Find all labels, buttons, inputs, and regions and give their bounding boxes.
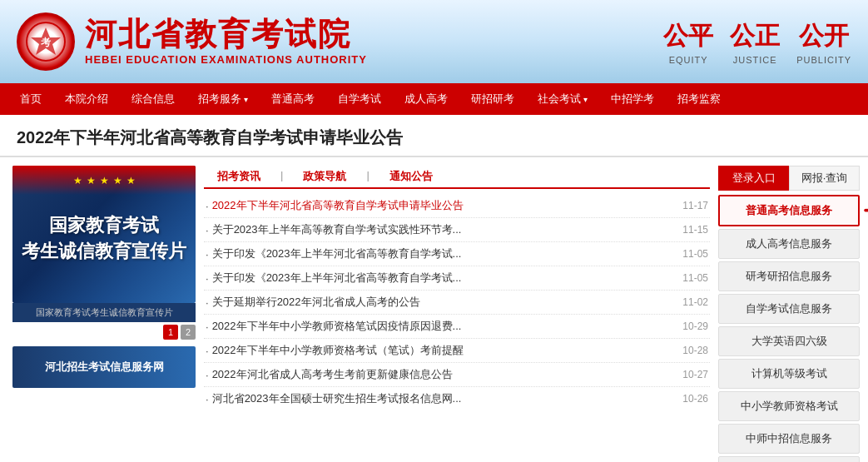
left-image-area: ★ ★ ★ ★ ★ 国家教育考试考生诚信教育宣传片 国家教育考试考生诚信教育宣传… [12,166,196,462]
sidebar-btn-english46[interactable]: 大学英语四六级 [718,326,860,356]
nav-supervision[interactable]: 招考监察 [666,83,732,115]
news-item-5: · 关于延期举行2022年河北省成人高考的公告 11-02 [204,291,710,315]
nav-zixue[interactable]: 自学考试 [326,83,393,115]
news-link-3[interactable]: 关于印发《2023年上半年河北省高等教育自学考试... [212,246,677,261]
publicity-icon: 公开 [799,19,849,53]
sidebar-header: 登录入口 网报·查询 [718,166,860,191]
news-date-9: 10-26 [682,393,708,405]
news-link-4[interactable]: 关于印发《2023年上半年河北省高等教育自学考试... [212,271,677,286]
star-1: ★ [73,175,82,186]
news-item-1: · 2022年下半年河北省高等教育自学考试申请毕业公告 11-17 [204,194,710,218]
star-3: ★ [100,175,109,186]
star-4: ★ [113,175,122,186]
nav-social[interactable]: 社会考试 [526,83,599,116]
news-date-2: 11-15 [682,224,708,236]
header-logo: 考 河北省教育考试院 HEBEI EDUCATION EXAMINATIONS … [17,12,367,71]
svg-text:考: 考 [41,37,52,48]
page-btn-2[interactable]: 2 [181,325,196,340]
equity-justice: 公正 JUSTICE [730,19,780,65]
red-arrow-icon: ➜ [863,200,868,221]
sidebar-btn-gaokao[interactable]: 普通高考信息服务 [718,195,860,226]
news-tab-zhaokao[interactable]: 招考资讯 [204,166,274,189]
sidebar-btn-container: 普通高考信息服务 ➜ 成人高考信息服务 研考研招信息服务 自学考试信息服务 大学… [718,195,860,462]
news-date-8: 10-27 [682,369,708,380]
logo-sub-text: HEBEI EDUCATION EXAMINATIONS AUTHORITY [85,53,367,66]
sidebar-btn-teacher[interactable]: 中小学教师资格考试 [718,391,860,421]
main-content: ★ ★ ★ ★ ★ 国家教育考试考生诚信教育宣传片 国家教育考试考生诚信教育宣传… [0,157,868,462]
news-link-2[interactable]: 关于2023年上半年高等教育自学考试实践性环节考... [212,222,677,237]
header-equity: 公平 EQUITY 公正 JUSTICE 公开 PUBLICITY [663,19,851,65]
news-item-9: · 河北省2023年全国硕士研究生招生考试报名信息网... 10-26 [204,387,710,410]
nav-chengren[interactable]: 成人高考 [393,83,459,115]
equity-equity: 公平 EQUITY [663,19,713,65]
justice-label: JUSTICE [733,55,777,65]
news-list: · 2022年下半年河北省高等教育自学考试申请毕业公告 11-17 · 关于20… [204,194,710,410]
news-link-1[interactable]: 2022年下半年河北省高等教育自学考试申请毕业公告 [212,198,677,213]
news-tabs: 招考资讯 | 政策导航 | 通知公告 [204,166,710,189]
sidebar-tab-login[interactable]: 登录入口 [718,166,789,191]
sidebar-btn-yanzhao[interactable]: 研考研招信息服务 [718,261,860,291]
equity-publicity: 公开 PUBLICITY [796,19,851,65]
equity-label: EQUITY [669,55,708,65]
star-2: ★ [87,175,96,186]
news-item-8: · 2022年河北省成人高考考生考前更新健康信息公告 10-27 [204,363,710,387]
news-item-7: · 2022年下半年中小学教师资格考试（笔试）考前提醒 10-28 [204,339,710,363]
sidebar-btn-zixue[interactable]: 自学考试信息服务 [718,294,860,324]
justice-icon: 公正 [730,19,780,53]
sidebar-tab-report[interactable]: 网报·查询 [789,166,860,191]
news-link-6[interactable]: 2022年下半年中小学教师资格笔试因疫情原因退费... [212,319,677,334]
sidebar-btn-zhongshi[interactable]: 中师中招信息服务 [718,424,860,454]
news-item-3: · 关于印发《2023年上半年河北省高等教育自学考试... 11-05 [204,242,710,266]
news-area: 招考资讯 | 政策导航 | 通知公告 · 2022年下半年河北省高等教育自学考试… [204,166,710,462]
news-item-4: · 关于印发《2023年上半年河北省高等教育自学考试... 11-05 [204,266,710,291]
logo-main-text: 河北省教育考试院 [85,18,367,50]
news-link-8[interactable]: 2022年河北省成人高考考生考前更新健康信息公告 [212,367,677,382]
news-date-6: 10-29 [682,320,708,332]
news-item-6: · 2022年下半年中小学教师资格笔试因疫情原因退费... 10-29 [204,315,710,339]
page-title: 2022年下半年河北省高等教育自学考试申请毕业公告 [0,115,868,157]
news-link-7[interactable]: 2022年下半年中小学教师资格考试（笔试）考前提醒 [212,343,677,358]
right-sidebar: 登录入口 网报·查询 普通高考信息服务 ➜ 成人高考信息服务 研考研招信息服务 … [718,166,860,462]
banner-caption: 国家教育考试考生诚信教育宣传片 [12,303,196,322]
logo-emblem: 考 [17,12,75,71]
news-date-3: 11-05 [682,248,708,260]
news-date-5: 11-02 [682,296,708,308]
logo-text: 河北省教育考试院 HEBEI EDUCATION EXAMINATIONS AU… [85,18,367,66]
nav-yanzhao[interactable]: 研招研考 [459,83,526,115]
sidebar-btn-chengren[interactable]: 成人高考信息服务 [718,229,860,259]
nav-home[interactable]: 首页 [8,83,53,115]
page-btn-1[interactable]: 1 [163,325,178,340]
news-link-5[interactable]: 关于延期举行2022年河北省成人高考的公告 [212,295,677,310]
banner-pagination: 1 2 [12,322,196,342]
banner-image[interactable]: ★ ★ ★ ★ ★ 国家教育考试考生诚信教育宣传片 [12,166,196,303]
equity-icon: 公平 [663,19,713,53]
nav-gaokao[interactable]: 普通高考 [260,83,326,115]
news-tab-zhengce[interactable]: 政策导航 [290,166,360,189]
news-date-4: 11-05 [682,272,708,284]
banner-stars: ★ ★ ★ ★ ★ [12,166,196,195]
nav-info[interactable]: 综合信息 [120,83,186,115]
sidebar-btn-zhongzhao[interactable]: 中招学考信息服务 [718,456,860,462]
banner-text-line1: 国家教育考试考生诚信教育宣传片 [22,213,186,265]
news-date-1: 11-17 [682,200,708,211]
news-item-2: · 关于2023年上半年高等教育自学考试实践性环节考... 11-15 [204,218,710,242]
sidebar-btn-computer[interactable]: 计算机等级考试 [718,359,860,389]
header: 考 河北省教育考试院 HEBEI EDUCATION EXAMINATIONS … [0,0,868,83]
news-link-9[interactable]: 河北省2023年全国硕士研究生招生考试报名信息网... [212,391,677,406]
nav-intro[interactable]: 本院介绍 [53,83,120,115]
star-5: ★ [126,175,136,186]
news-date-7: 10-28 [682,345,708,356]
news-tab-tongzhi[interactable]: 通知公告 [376,166,446,189]
bottom-banner[interactable]: 河北招生考试信息服务网 [12,346,196,388]
nav-recruit[interactable]: 招考服务 [186,83,260,116]
main-nav: 首页 本院介绍 综合信息 招考服务 普通高考 自学考试 成人高考 研招研考 社会… [0,83,868,115]
bottom-banner-text: 河北招生考试信息服务网 [45,360,164,375]
nav-zhongzhao[interactable]: 中招学考 [599,83,666,115]
publicity-label: PUBLICITY [796,55,851,65]
